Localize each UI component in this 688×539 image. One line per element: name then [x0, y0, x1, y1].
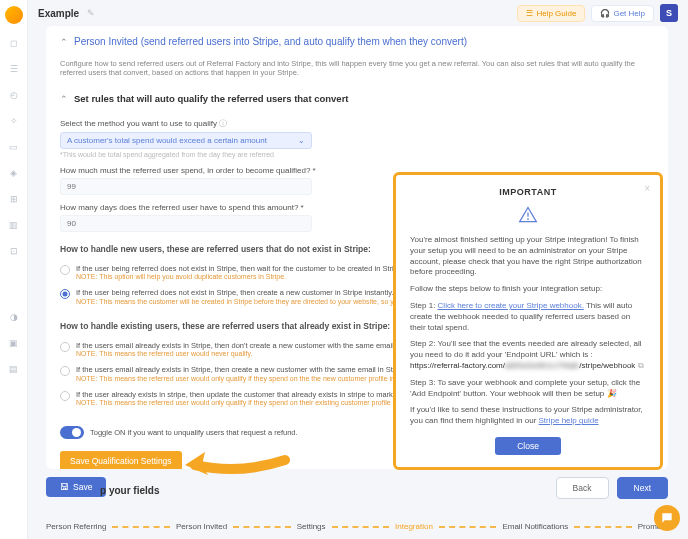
- chevron-down-icon: ⌄: [298, 136, 305, 145]
- radio-icon: [60, 265, 70, 275]
- page-title: Example: [38, 8, 79, 19]
- modal-step-2: Step 2: You'll see that the events neede…: [410, 339, 646, 371]
- modal-outro: If you'd like to send these instructions…: [410, 405, 646, 427]
- save-icon: 🖫: [60, 482, 69, 492]
- chevron-up-icon: ⌃: [60, 94, 68, 104]
- modal-intro: You're almost finished setting up your S…: [410, 235, 646, 278]
- chevron-up-icon: ⌃: [60, 37, 68, 47]
- modal-close-button[interactable]: Close: [495, 437, 561, 455]
- nav-icon-5[interactable]: ▭: [7, 140, 21, 154]
- help-guide-button[interactable]: ☰Help Guide: [517, 5, 585, 22]
- nav-icon-4[interactable]: ✧: [7, 114, 21, 128]
- get-help-button[interactable]: 🎧Get Help: [591, 5, 654, 22]
- edit-icon[interactable]: ✎: [87, 8, 95, 18]
- nav-icon-12[interactable]: ▤: [7, 362, 21, 376]
- step-invited[interactable]: Person Invited: [176, 522, 227, 531]
- close-icon[interactable]: ×: [644, 183, 650, 194]
- next-button[interactable]: Next: [617, 477, 668, 499]
- copy-icon[interactable]: ⧉: [638, 361, 644, 370]
- modal-title: IMPORTANT: [410, 187, 646, 197]
- map-fields-heading: p your fields: [100, 485, 159, 496]
- warning-icon: [410, 205, 646, 227]
- step-integration[interactable]: Integration: [395, 522, 433, 531]
- nav-icon-7[interactable]: ⊞: [7, 192, 21, 206]
- progress-steps: Person Referring Person Invited Settings…: [46, 522, 668, 531]
- method-note: *This would be total spend aggregated fr…: [60, 151, 654, 158]
- create-webhook-link[interactable]: Click here to create your Stripe webhook…: [438, 301, 584, 310]
- app-logo[interactable]: [5, 6, 23, 24]
- card-header[interactable]: ⌃ Person Invited (send referred users in…: [60, 36, 654, 53]
- modal-follow: Follow the steps below to finish your in…: [410, 284, 646, 295]
- user-avatar[interactable]: S: [660, 4, 678, 22]
- step-settings[interactable]: Settings: [297, 522, 326, 531]
- info-icon[interactable]: ⓘ: [219, 119, 227, 128]
- nav-icon-8[interactable]: ▥: [7, 218, 21, 232]
- important-modal: × IMPORTANT You're almost finished setti…: [393, 172, 663, 470]
- save-button[interactable]: 🖫Save: [46, 477, 106, 497]
- nav-icon-11[interactable]: ▣: [7, 336, 21, 350]
- step-referring[interactable]: Person Referring: [46, 522, 106, 531]
- modal-step-3: Step 3: To save your webhook and complet…: [410, 378, 646, 400]
- step-email[interactable]: Email Notifications: [502, 522, 568, 531]
- nav-icon-3[interactable]: ◴: [7, 88, 21, 102]
- radio-icon: [60, 391, 70, 401]
- card-description: Configure how to send referred users out…: [60, 59, 654, 77]
- stripe-help-link[interactable]: Stripe help guide: [539, 416, 599, 425]
- back-button[interactable]: Back: [556, 477, 609, 499]
- nav-icon-2[interactable]: ☰: [7, 62, 21, 76]
- sidebar: ◻ ☰ ◴ ✧ ▭ ◈ ⊞ ▥ ⊡ ◑ ▣ ▤: [0, 0, 28, 539]
- radio-icon: [60, 366, 70, 376]
- method-label: Select the method you want to use to qua…: [60, 118, 654, 129]
- nav-icon-6[interactable]: ◈: [7, 166, 21, 180]
- modal-step-1: Step 1: Click here to create your Stripe…: [410, 301, 646, 333]
- method-select[interactable]: A customer's total spend would exceed a …: [60, 132, 312, 149]
- svg-point-1: [527, 218, 529, 220]
- save-qualification-button[interactable]: Save Qualification Settings: [60, 451, 182, 469]
- nav-icon-10[interactable]: ◑: [7, 310, 21, 324]
- radio-icon: [60, 342, 70, 352]
- days-input[interactable]: 90: [60, 215, 312, 232]
- chat-bubble-icon[interactable]: [654, 505, 680, 531]
- refund-toggle[interactable]: [60, 426, 84, 439]
- spend-input[interactable]: 99: [60, 178, 312, 195]
- nav-icon-9[interactable]: ⊡: [7, 244, 21, 258]
- radio-icon: [60, 289, 70, 299]
- nav-icon-1[interactable]: ◻: [7, 36, 21, 50]
- topbar: Example ✎ ☰Help Guide 🎧Get Help S: [28, 0, 688, 26]
- rules-section-title: Set rules that will auto qualify the ref…: [74, 93, 349, 104]
